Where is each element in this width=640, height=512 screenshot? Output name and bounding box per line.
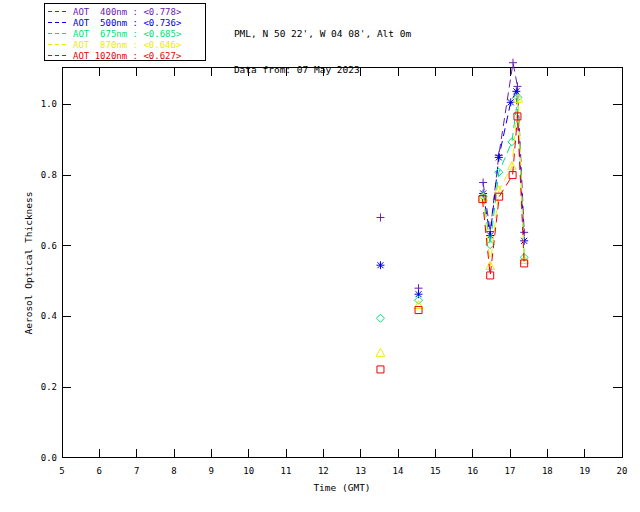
x-tick-label: 20 [617, 466, 628, 476]
y-tick-label: 0.6 [41, 241, 57, 251]
y-tick-label: 0.2 [41, 382, 57, 392]
x-tick-label: 5 [59, 466, 64, 476]
x-tick-label: 14 [393, 466, 404, 476]
legend-line-sample [48, 55, 69, 56]
legend-entry-4: AOT 1020nm : <0.627> [48, 50, 205, 61]
series-line-aot-400nm [483, 63, 524, 233]
legend: AOT 400nm : <0.778>AOT 500nm : <0.736>AO… [44, 3, 206, 61]
legend-label: AOT 1020nm : <0.627> [73, 51, 181, 61]
legend-line-sample [48, 44, 69, 45]
x-tick-label: 7 [134, 466, 139, 476]
asterisk-marker [520, 237, 528, 245]
y-tick-label: 0.8 [41, 170, 57, 180]
x-tick-label: 17 [505, 466, 516, 476]
axis-labels: 5678910111213141516171819200.00.20.40.60… [23, 99, 627, 493]
x-tick-label: 9 [209, 466, 214, 476]
plus-marker [509, 59, 517, 67]
x-tick-label: 19 [579, 466, 590, 476]
x-tick-label: 10 [243, 466, 254, 476]
x-tick-label: 12 [318, 466, 329, 476]
asterisk-marker [376, 261, 384, 269]
square-marker [377, 366, 384, 373]
y-axis-title: Aerosol Optical Thickness [23, 192, 34, 335]
asterisk-marker [495, 153, 503, 161]
x-tick-label: 15 [430, 466, 441, 476]
legend-label: AOT 870nm : <0.646> [73, 40, 181, 50]
legend-line-sample [48, 33, 69, 34]
plot-frame [62, 67, 622, 458]
plot-title: PML, N 50 22', W 04 08', Alt 0m Data fro… [211, 7, 411, 97]
y-tick-label: 0.4 [41, 311, 57, 321]
x-tick-label: 8 [171, 466, 176, 476]
triangle-marker [376, 348, 385, 356]
square-marker [415, 307, 422, 314]
legend-entry-0: AOT 400nm : <0.778> [48, 6, 205, 17]
x-tick-label: 16 [467, 466, 478, 476]
x-axis-title: Time (GMT) [313, 482, 370, 493]
diamond-marker [376, 314, 384, 322]
legend-entry-1: AOT 500nm : <0.736> [48, 17, 205, 28]
legend-entry-2: AOT 675nm : <0.685> [48, 28, 205, 39]
series-aot-675nm [376, 93, 528, 322]
plus-marker [376, 213, 384, 221]
y-tick-label: 0.0 [41, 453, 57, 463]
x-tick-label: 13 [355, 466, 366, 476]
x-tick-label: 6 [97, 466, 102, 476]
legend-line-sample [48, 11, 69, 12]
legend-line-sample [48, 22, 69, 23]
series-aot-500nm [376, 87, 528, 298]
x-tick-label: 18 [542, 466, 553, 476]
series-aot-870nm [376, 94, 528, 356]
x-tick-label: 11 [281, 466, 292, 476]
series-aot-1020nm [377, 113, 528, 373]
series-line-aot-500nm [483, 91, 524, 241]
aot-plot-figure: 5678910111213141516171819200.00.20.40.60… [0, 0, 640, 512]
legend-label: AOT 500nm : <0.736> [73, 18, 181, 28]
legend-label: AOT 400nm : <0.778> [73, 7, 181, 17]
y-tick-label: 1.0 [41, 99, 57, 109]
station-title: PML, N 50 22', W 04 08', Alt 0m [234, 28, 411, 39]
plus-marker [479, 179, 487, 187]
axes [62, 67, 622, 458]
date-title: Data from: 07 May 2023 [234, 64, 360, 75]
legend-label: AOT 675nm : <0.685> [73, 29, 181, 39]
asterisk-marker [415, 290, 423, 298]
legend-entry-3: AOT 870nm : <0.646> [48, 39, 205, 50]
